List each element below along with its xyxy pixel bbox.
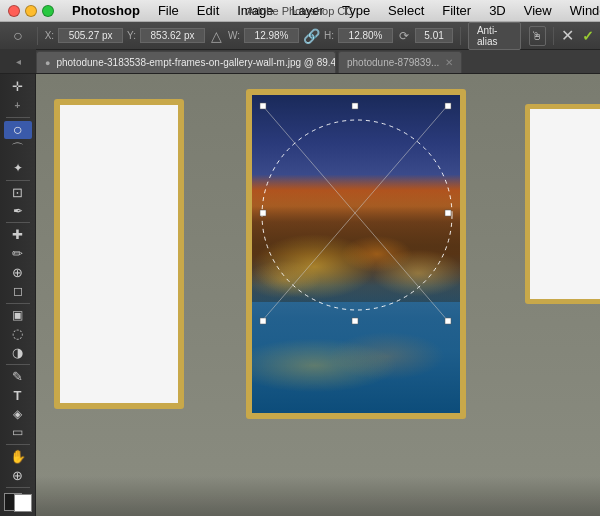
frame-center-inner: [252, 95, 460, 413]
y-label: Y:: [127, 30, 136, 41]
menu-file[interactable]: File: [150, 1, 187, 20]
tab-main-file[interactable]: ● photodune-3183538-empt-frames-on-galle…: [36, 51, 336, 73]
tool-separator-4: [6, 303, 30, 304]
gradient-tool-btn[interactable]: ▣: [4, 306, 32, 324]
toolbar: ✛ + ○ ⌒ ✦ ⊡ ✒ ✚ ✏ ⊕ ◻ ▣ ◌ ◑ ✎ T ◈ ▭ ✋ ⊕: [0, 74, 36, 516]
anti-alias-btn[interactable]: Anti-alias: [468, 22, 521, 50]
menu-window[interactable]: Window: [562, 1, 600, 20]
h-value[interactable]: [338, 28, 393, 43]
options-bar: ○ X: Y: △ W: 🔗 H: ⟳ Anti-alias 🖱 ✕ ✓: [0, 22, 600, 50]
menu-3d[interactable]: 3D: [481, 1, 514, 20]
close-button[interactable]: [8, 5, 20, 17]
type-tool-btn[interactable]: T: [4, 386, 32, 404]
tab-scroll-left[interactable]: ◂: [0, 49, 36, 73]
scroll-left-icon: ◂: [16, 56, 21, 67]
brush-tool-btn[interactable]: ✏: [4, 245, 32, 263]
move-tool-btn[interactable]: ✛: [4, 78, 32, 96]
lasso-tool-btn[interactable]: ⌒: [4, 140, 32, 158]
frame-right-inner: [530, 109, 600, 299]
path-select-tool-btn[interactable]: ◈: [4, 405, 32, 423]
sep-3: [553, 27, 554, 45]
artboard-tool-btn[interactable]: +: [4, 97, 32, 115]
magic-wand-tool-btn[interactable]: ✦: [4, 159, 32, 177]
tool-separator-6: [6, 444, 30, 445]
cursor-icon: 🖱: [531, 29, 543, 43]
maximize-button[interactable]: [42, 5, 54, 17]
w-value[interactable]: [244, 28, 299, 43]
x-value[interactable]: [58, 28, 123, 43]
confirm-transform-icon[interactable]: ✓: [582, 28, 594, 44]
tab-modified-indicator: ●: [45, 58, 50, 68]
h-label: H:: [324, 30, 334, 41]
tool-separator-7: [6, 487, 30, 488]
x-label: X:: [45, 30, 54, 41]
hand-tool-btn[interactable]: ✋: [4, 448, 32, 466]
tabs-bar: ◂ ● photodune-3183538-empt-frames-on-gal…: [0, 50, 600, 74]
y-value[interactable]: [140, 28, 205, 43]
menu-bar: Photoshop File Edit Image Layer Type Sel…: [0, 0, 600, 22]
pen-tool-btn[interactable]: ✎: [4, 368, 32, 386]
heal-tool-btn[interactable]: ✚: [4, 226, 32, 244]
tool-separator-5: [6, 364, 30, 365]
menu-select[interactable]: Select: [380, 1, 432, 20]
shape-tool-btn[interactable]: ▭: [4, 424, 32, 442]
tab-main-label: photodune-3183538-empt-frames-on-gallery…: [56, 57, 336, 68]
background-color[interactable]: [14, 494, 32, 512]
crop-tool-btn[interactable]: ⊡: [4, 183, 32, 201]
frame-center: [246, 89, 466, 419]
wall-shadow-bottom: [36, 476, 600, 516]
minimize-button[interactable]: [25, 5, 37, 17]
menu-photoshop[interactable]: Photoshop: [64, 1, 148, 20]
tab-close-second[interactable]: ✕: [445, 57, 453, 68]
sep-2: [460, 27, 461, 45]
frame-left: [54, 99, 184, 409]
w-label: W:: [228, 30, 240, 41]
link-icon[interactable]: 🔗: [303, 28, 320, 44]
tab-second-label: photodune-879839...: [347, 57, 439, 68]
marquee-tool-btn[interactable]: ○: [4, 121, 32, 139]
main-area: ✛ + ○ ⌒ ✦ ⊡ ✒ ✚ ✏ ⊕ ◻ ▣ ◌ ◑ ✎ T ◈ ▭ ✋ ⊕: [0, 74, 600, 516]
venice-lights: [252, 190, 460, 317]
current-tool-icon: ○: [6, 24, 30, 48]
triangle-icon: △: [211, 28, 222, 44]
cursor-options-icon[interactable]: 🖱: [529, 26, 546, 46]
gallery-wall: [36, 74, 600, 516]
menu-edit[interactable]: Edit: [189, 1, 227, 20]
sep-1: [37, 27, 38, 45]
menu-view[interactable]: View: [516, 1, 560, 20]
frame-right: [525, 104, 600, 304]
tool-separator-3: [6, 222, 30, 223]
angle-value[interactable]: [415, 28, 453, 43]
fg-bg-colors[interactable]: [4, 493, 32, 512]
angle-icon: ⟳: [399, 29, 409, 43]
tool-separator-1: [6, 117, 30, 118]
frame-left-inner: [60, 105, 178, 403]
canvas-area[interactable]: [36, 74, 600, 516]
tab-second-file[interactable]: photodune-879839... ✕: [338, 51, 462, 73]
eraser-tool-btn[interactable]: ◻: [4, 282, 32, 300]
tool-separator-2: [6, 180, 30, 181]
venice-water-reflection: [252, 318, 460, 413]
app-title: Adobe Photoshop CC: [247, 5, 353, 17]
dodge-tool-btn[interactable]: ◑: [4, 343, 32, 361]
eyedropper-tool-btn[interactable]: ✒: [4, 202, 32, 220]
zoom-tool-btn[interactable]: ⊕: [4, 467, 32, 485]
cancel-transform-icon[interactable]: ✕: [561, 26, 574, 45]
traffic-lights: [8, 5, 54, 17]
menu-filter[interactable]: Filter: [434, 1, 479, 20]
blur-tool-btn[interactable]: ◌: [4, 325, 32, 343]
clone-tool-btn[interactable]: ⊕: [4, 263, 32, 281]
